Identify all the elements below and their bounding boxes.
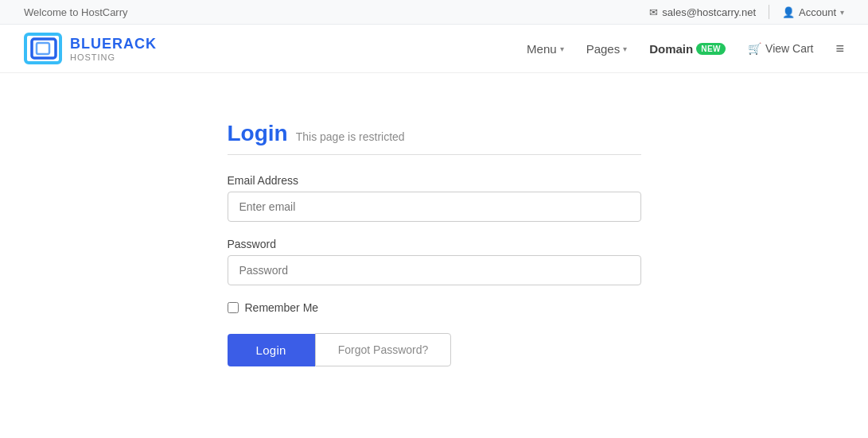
hamburger-menu[interactable]: ≡ xyxy=(835,41,844,57)
logo-text: BLUERACK HOSTING xyxy=(70,36,157,62)
login-box: Login This page is restricted Email Addr… xyxy=(228,121,641,366)
logo[interactable]: BLUERACK HOSTING xyxy=(24,33,157,64)
nav-domain[interactable]: Domain NEW xyxy=(649,42,726,56)
logo-icon xyxy=(24,33,62,64)
login-subtitle: This page is restricted xyxy=(296,130,405,143)
welcome-text: Welcome to HostCarry xyxy=(24,6,128,18)
email-group: Email Address xyxy=(228,174,641,222)
account-label: Account xyxy=(799,6,836,18)
account-menu[interactable]: 👤 Account ▾ xyxy=(782,6,844,18)
new-badge: NEW xyxy=(696,43,726,55)
password-input[interactable] xyxy=(228,255,641,285)
account-chevron-icon: ▾ xyxy=(840,8,844,17)
login-button[interactable]: Login xyxy=(228,334,315,366)
remember-row: Remember Me xyxy=(228,301,641,314)
svg-rect-1 xyxy=(32,39,56,58)
cart-label: View Cart xyxy=(765,42,813,55)
header: BLUERACK HOSTING Menu ▾ Pages ▾ Domain N… xyxy=(0,25,868,73)
top-bar: Welcome to HostCarry ✉ sales@hostcarry.n… xyxy=(0,0,868,25)
menu-chevron-icon: ▾ xyxy=(560,45,564,53)
nav-menu[interactable]: Menu ▾ xyxy=(527,42,564,56)
hamburger-icon: ≡ xyxy=(835,41,844,56)
svg-rect-2 xyxy=(37,43,49,54)
top-bar-divider xyxy=(769,5,769,19)
remember-label: Remember Me xyxy=(245,301,319,314)
login-heading: Login xyxy=(228,121,288,146)
view-cart[interactable]: 🛒 View Cart xyxy=(748,42,813,55)
remember-checkbox[interactable] xyxy=(228,302,239,313)
top-bar-email: ✉ sales@hostcarry.net xyxy=(649,6,756,18)
main-content: Login This page is restricted Email Addr… xyxy=(0,73,868,398)
login-title-row: Login This page is restricted xyxy=(228,121,641,155)
cart-icon: 🛒 xyxy=(748,42,761,55)
password-label: Password xyxy=(228,238,641,250)
buttons-row: Login Forgot Password? xyxy=(228,333,641,366)
user-icon: 👤 xyxy=(782,6,795,18)
nav-pages[interactable]: Pages ▾ xyxy=(586,42,628,56)
nav: Menu ▾ Pages ▾ Domain NEW 🛒 View Cart ≡ xyxy=(527,41,844,57)
email-input[interactable] xyxy=(228,192,641,222)
envelope-icon: ✉ xyxy=(649,6,658,18)
email-label: Email Address xyxy=(228,174,641,187)
password-group: Password xyxy=(228,238,641,285)
email-address: sales@hostcarry.net xyxy=(662,6,756,18)
logo-sub: HOSTING xyxy=(70,52,157,62)
logo-name: BLUERACK xyxy=(70,36,157,52)
forgot-password-button[interactable]: Forgot Password? xyxy=(315,333,452,366)
top-bar-right: ✉ sales@hostcarry.net 👤 Account ▾ xyxy=(649,5,844,19)
nav-domain-label: Domain xyxy=(649,42,693,56)
nav-pages-label: Pages xyxy=(586,42,621,56)
pages-chevron-icon: ▾ xyxy=(623,45,627,53)
nav-menu-label: Menu xyxy=(527,42,557,56)
top-bar-left: Welcome to HostCarry xyxy=(24,6,128,18)
